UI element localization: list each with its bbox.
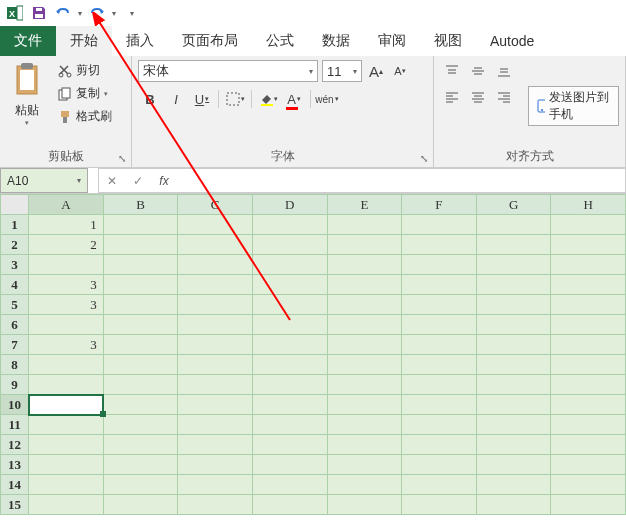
save-icon[interactable] xyxy=(28,2,50,24)
cell-B13[interactable] xyxy=(103,455,178,475)
cell-D6[interactable] xyxy=(253,315,328,335)
cell-E4[interactable] xyxy=(327,275,402,295)
cell-H6[interactable] xyxy=(551,315,626,335)
cell-F3[interactable] xyxy=(402,255,477,275)
row-header-5[interactable]: 5 xyxy=(1,295,29,315)
border-button[interactable]: ▾ xyxy=(223,88,247,110)
cell-H4[interactable] xyxy=(551,275,626,295)
cell-E11[interactable] xyxy=(327,415,402,435)
cell-H14[interactable] xyxy=(551,475,626,495)
cell-F5[interactable] xyxy=(402,295,477,315)
cell-C10[interactable] xyxy=(178,395,253,415)
cell-E8[interactable] xyxy=(327,355,402,375)
cell-G1[interactable] xyxy=(476,215,551,235)
row-header-15[interactable]: 15 xyxy=(1,495,29,515)
cell-A2[interactable]: 2 xyxy=(29,235,104,255)
cell-C7[interactable] xyxy=(178,335,253,355)
cell-C13[interactable] xyxy=(178,455,253,475)
clipboard-launcher-icon[interactable]: ⤡ xyxy=(115,151,129,165)
cell-G8[interactable] xyxy=(476,355,551,375)
cell-G12[interactable] xyxy=(476,435,551,455)
cell-G11[interactable] xyxy=(476,415,551,435)
cell-B9[interactable] xyxy=(103,375,178,395)
row-header-3[interactable]: 3 xyxy=(1,255,29,275)
cell-B1[interactable] xyxy=(103,215,178,235)
redo-dropdown-icon[interactable]: ▾ xyxy=(110,9,118,18)
font-name-combo[interactable]: 宋体 ▾ xyxy=(138,60,318,82)
cell-D1[interactable] xyxy=(253,215,328,235)
cell-F8[interactable] xyxy=(402,355,477,375)
cell-H5[interactable] xyxy=(551,295,626,315)
cell-H12[interactable] xyxy=(551,435,626,455)
cell-H13[interactable] xyxy=(551,455,626,475)
cell-H15[interactable] xyxy=(551,495,626,515)
cell-B15[interactable] xyxy=(103,495,178,515)
phonetic-button[interactable]: wén▾ xyxy=(315,88,339,110)
cell-A10[interactable] xyxy=(29,395,104,415)
align-middle-icon[interactable] xyxy=(466,60,490,82)
cell-F2[interactable] xyxy=(402,235,477,255)
cell-H11[interactable] xyxy=(551,415,626,435)
cell-D11[interactable] xyxy=(253,415,328,435)
cell-D3[interactable] xyxy=(253,255,328,275)
cell-A5[interactable]: 3 xyxy=(29,295,104,315)
cell-H8[interactable] xyxy=(551,355,626,375)
col-header-A[interactable]: A xyxy=(29,195,104,215)
cell-C15[interactable] xyxy=(178,495,253,515)
cell-C5[interactable] xyxy=(178,295,253,315)
row-header-1[interactable]: 1 xyxy=(1,215,29,235)
cell-F6[interactable] xyxy=(402,315,477,335)
cell-A6[interactable] xyxy=(29,315,104,335)
copy-button[interactable]: 复制 ▾ xyxy=(54,83,116,104)
tab-file[interactable]: 文件 xyxy=(0,26,56,56)
cell-D12[interactable] xyxy=(253,435,328,455)
cell-B8[interactable] xyxy=(103,355,178,375)
redo-icon[interactable] xyxy=(86,2,108,24)
cell-F7[interactable] xyxy=(402,335,477,355)
cell-A15[interactable] xyxy=(29,495,104,515)
cell-G14[interactable] xyxy=(476,475,551,495)
cell-C11[interactable] xyxy=(178,415,253,435)
cell-D13[interactable] xyxy=(253,455,328,475)
cell-F13[interactable] xyxy=(402,455,477,475)
cell-D4[interactable] xyxy=(253,275,328,295)
cell-F11[interactable] xyxy=(402,415,477,435)
tab-insert[interactable]: 插入 xyxy=(112,26,168,56)
cell-E7[interactable] xyxy=(327,335,402,355)
cell-E1[interactable] xyxy=(327,215,402,235)
cell-B12[interactable] xyxy=(103,435,178,455)
col-header-F[interactable]: F xyxy=(402,195,477,215)
cell-C12[interactable] xyxy=(178,435,253,455)
align-left-icon[interactable] xyxy=(440,86,464,108)
cell-E12[interactable] xyxy=(327,435,402,455)
cell-E14[interactable] xyxy=(327,475,402,495)
tab-autodesk[interactable]: Autode xyxy=(476,26,548,56)
cell-C14[interactable] xyxy=(178,475,253,495)
cut-button[interactable]: 剪切 xyxy=(54,60,116,81)
enter-formula-icon[interactable]: ✓ xyxy=(125,169,151,193)
row-header-2[interactable]: 2 xyxy=(1,235,29,255)
font-launcher-icon[interactable]: ⤡ xyxy=(417,151,431,165)
col-header-D[interactable]: D xyxy=(253,195,328,215)
cell-A7[interactable]: 3 xyxy=(29,335,104,355)
cell-C9[interactable] xyxy=(178,375,253,395)
col-header-E[interactable]: E xyxy=(327,195,402,215)
cell-H10[interactable] xyxy=(551,395,626,415)
cell-G2[interactable] xyxy=(476,235,551,255)
cell-F10[interactable] xyxy=(402,395,477,415)
undo-icon[interactable] xyxy=(52,2,74,24)
cell-G3[interactable] xyxy=(476,255,551,275)
cell-E3[interactable] xyxy=(327,255,402,275)
cell-G15[interactable] xyxy=(476,495,551,515)
tab-data[interactable]: 数据 xyxy=(308,26,364,56)
cell-A4[interactable]: 3 xyxy=(29,275,104,295)
bold-button[interactable]: B xyxy=(138,88,162,110)
cell-A13[interactable] xyxy=(29,455,104,475)
format-painter-button[interactable]: 格式刷 xyxy=(54,106,116,127)
cell-H9[interactable] xyxy=(551,375,626,395)
align-top-icon[interactable] xyxy=(440,60,464,82)
cell-E6[interactable] xyxy=(327,315,402,335)
cell-E5[interactable] xyxy=(327,295,402,315)
cell-D8[interactable] xyxy=(253,355,328,375)
cell-E2[interactable] xyxy=(327,235,402,255)
